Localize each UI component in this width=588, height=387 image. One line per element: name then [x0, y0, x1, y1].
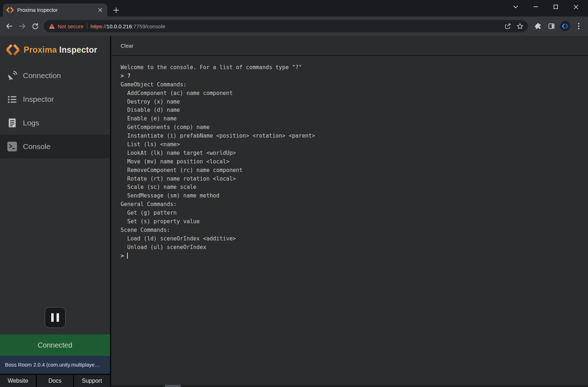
url-scheme: https [91, 23, 102, 29]
console-line: Load (ld) sceneOrIndex <additive> [121, 235, 584, 243]
console-line: Scale (sc) name scale [121, 183, 584, 192]
profile-avatar-diamond-icon [560, 21, 570, 31]
not-secure-label: Not secure [58, 23, 84, 29]
console-line: SendMessage (sm) name method [121, 192, 584, 200]
footer-link-website[interactable]: Website [0, 375, 36, 387]
console-line: > ? [121, 72, 584, 81]
bookmark-star-icon[interactable] [514, 20, 526, 32]
page-content: Proxima Inspector Connection [0, 36, 588, 387]
pause-icon [57, 313, 59, 322]
console-line: Scene Commands: [121, 226, 584, 235]
document-icon [7, 118, 18, 128]
console-line: Move (mv) name position <local> [121, 158, 584, 166]
sidebar-item-label: Connection [23, 71, 61, 80]
terminal-icon [7, 141, 18, 152]
tab-favicon-proxima-diamond-icon [6, 6, 14, 14]
reload-button[interactable] [29, 20, 42, 33]
url-path: :7759/console [132, 23, 165, 29]
close-window-button[interactable] [566, 0, 586, 14]
share-icon[interactable] [502, 20, 514, 32]
tab-close-icon[interactable] [97, 6, 104, 14]
sidebar-item-label: Console [23, 142, 50, 151]
horizontal-scrollbar [111, 385, 588, 387]
sidebar-footer: Website Docs Support [0, 374, 110, 387]
list-icon [7, 94, 18, 105]
console-panel: Clear Welcome to the console. For a list… [111, 36, 588, 387]
sidebar-item-connection[interactable]: Connection [0, 64, 110, 87]
console-line: General Commands: [121, 200, 584, 209]
console-line: Get (g) pattern [121, 209, 584, 218]
sidebar-nav: Connection Inspector [0, 64, 110, 158]
footer-link-support[interactable]: Support [73, 375, 110, 387]
url-host: 10.0.0.216 [107, 23, 132, 29]
app-title-primary: Proxima [24, 45, 57, 54]
security-warning[interactable]: Not secure [49, 23, 84, 29]
clear-button[interactable]: Clear [121, 43, 133, 49]
pause-icon [51, 313, 54, 322]
project-info-label: Boss Room 2.0.4 (com.unity.multiplaye… [5, 362, 100, 368]
tab-title: Proxima Inspector [17, 7, 93, 13]
pause-button-container [0, 307, 110, 328]
footer-link-docs[interactable]: Docs [36, 375, 73, 387]
app-title-secondary: Inspector [59, 45, 97, 54]
sidebar-item-logs[interactable]: Logs [0, 111, 110, 135]
console-output[interactable]: Welcome to the console. For a list of co… [111, 56, 588, 260]
sidebar-item-console[interactable]: Console [0, 135, 110, 158]
brand: Proxima Inspector [0, 36, 110, 58]
new-tab-button[interactable] [111, 5, 121, 15]
pause-button[interactable] [45, 307, 65, 328]
omnibox-actions [502, 20, 526, 32]
console-line: AddComponent (ac) name component [121, 89, 584, 98]
console-prompt-line[interactable]: > [121, 252, 584, 261]
sidebar-item-label: Logs [23, 119, 39, 127]
console-line: Instantiate (i) prefabName <position> <r… [121, 132, 584, 140]
toolbar-right [531, 20, 585, 33]
console-line: LookAt (lk) name target <worldUp> [121, 149, 584, 158]
project-info-bar: Boss Room 2.0.4 (com.unity.multiplaye… [0, 356, 110, 374]
forward-button[interactable] [16, 20, 29, 33]
console-line: Enable (e) name [121, 115, 584, 123]
console-line: GameObject Commands: [121, 81, 584, 89]
maximize-button[interactable] [546, 0, 566, 14]
browser-tab[interactable]: Proxima Inspector [3, 4, 107, 16]
horizontal-scrollbar-thumb[interactable] [165, 385, 181, 387]
console-line: RemoveComponent (rc) name component [121, 166, 584, 175]
sidebar-spacer [0, 158, 110, 307]
overflow-menu-dots-icon[interactable] [572, 20, 585, 33]
satellite-dish-icon [7, 70, 18, 81]
sidebar-item-inspector[interactable]: Inspector [0, 87, 110, 111]
proxima-logo-icon [6, 43, 19, 56]
tab-strip: Proxima Inspector [0, 0, 588, 16]
address-bar[interactable]: Not secure https://10.0.0.216:7759/conso… [44, 20, 528, 32]
console-line: GetComponents (comp) name [121, 123, 584, 132]
side-panel-icon[interactable] [545, 20, 558, 33]
sidebar: Proxima Inspector Connection [0, 36, 111, 387]
tab-search-chevron-icon[interactable] [506, 0, 526, 14]
minimize-button[interactable] [526, 0, 546, 14]
console-line: Destroy (x) name [121, 98, 584, 106]
console-line: Disable (d) name [121, 106, 584, 115]
app-title: Proxima Inspector [24, 45, 97, 55]
warning-triangle-icon [49, 23, 55, 29]
browser-toolbar: Not secure https://10.0.0.216:7759/conso… [0, 16, 588, 36]
console-line: Rotate (rt) name rotation <local> [121, 175, 584, 183]
console-line: Set (s) property value [121, 218, 584, 226]
back-button[interactable] [3, 20, 16, 33]
text-cursor [127, 253, 128, 259]
console-header: Clear [111, 36, 588, 56]
extensions-puzzle-icon[interactable] [531, 20, 544, 33]
url-separator: :// [102, 23, 107, 29]
connection-status-label: Connected [38, 341, 72, 349]
window-controls [506, 0, 586, 14]
console-line: Unload (ul) sceneOrIndex [121, 243, 584, 252]
console-line: List (ls) <name> [121, 140, 584, 149]
url-text: https://10.0.0.216:7759/console [91, 23, 499, 29]
console-line: Welcome to the console. For a list of co… [121, 63, 584, 72]
connection-status-bar: Connected [0, 334, 110, 356]
profile-avatar[interactable] [559, 20, 572, 33]
omnibox-divider [87, 23, 87, 29]
browser-window: Proxima Inspector [0, 0, 588, 387]
sidebar-item-label: Inspector [23, 95, 54, 104]
